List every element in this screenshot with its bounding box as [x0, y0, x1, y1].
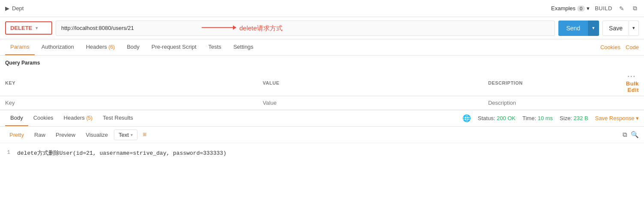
send-dropdown-button[interactable]: ▾	[588, 21, 599, 36]
status-label: Status: 200 OK	[478, 115, 516, 121]
response-area: Body Cookies Headers (5) Test Results 🌐 …	[0, 110, 644, 163]
bulk-edit-button[interactable]: Bulk Edit	[626, 80, 639, 93]
line-number-1: 1	[0, 149, 17, 157]
description-input[interactable]	[488, 100, 607, 106]
request-tabs-row: Params Authorization Headers (6) Body Pr…	[0, 39, 644, 56]
breadcrumb-area: ▶ Dept	[5, 5, 24, 12]
examples-badge: 0	[577, 6, 585, 12]
save-button[interactable]: Save	[602, 21, 629, 36]
body-tools-row: Pretty Raw Preview Visualize Text ▾ ≡ ⧉ …	[0, 127, 644, 143]
col-value: VALUE	[258, 70, 483, 96]
section-title: Query Params	[0, 56, 644, 70]
key-cell	[0, 96, 258, 110]
raw-button[interactable]: Raw	[30, 130, 50, 140]
response-tab-test-results[interactable]: Test Results	[98, 110, 138, 126]
time-label: Time: 10 ms	[522, 115, 553, 121]
top-bar: ▶ Dept Examples 0 ▾ BUILD ✎ ⧉	[0, 0, 644, 17]
copy-icon[interactable]: ⧉	[631, 4, 639, 13]
size-label: Size: 232 B	[560, 115, 588, 121]
tab-body[interactable]: Body	[122, 39, 145, 55]
save-group: Save ▾	[602, 21, 639, 36]
response-tab-body[interactable]: Body	[5, 110, 28, 126]
response-tabs-row: Body Cookies Headers (5) Test Results 🌐 …	[0, 110, 644, 127]
col-description: DESCRIPTION	[483, 70, 612, 96]
value-input[interactable]	[263, 100, 478, 106]
response-tab-cookies[interactable]: Cookies	[28, 110, 59, 126]
headers-badge: (6)	[108, 44, 115, 50]
code-link[interactable]: Code	[626, 44, 639, 50]
tabs-right-links: Cookies Code	[600, 44, 639, 50]
key-input[interactable]	[5, 100, 253, 106]
method-label: DELETE	[10, 25, 32, 31]
visualize-button[interactable]: Visualize	[81, 130, 112, 140]
description-cell	[483, 96, 612, 110]
response-tab-headers[interactable]: Headers (5)	[59, 110, 98, 126]
save-dropdown-button[interactable]: ▾	[629, 21, 639, 36]
breadcrumb-arrow: ▶	[5, 5, 9, 12]
method-dropdown-icon: ▾	[36, 26, 38, 30]
pretty-button[interactable]: Pretty	[5, 130, 28, 140]
tab-params[interactable]: Params	[5, 39, 35, 55]
send-group: Send ▾	[558, 21, 599, 36]
tab-authorization[interactable]: Authorization	[36, 39, 79, 55]
globe-icon: 🌐	[462, 114, 471, 122]
method-select[interactable]: DELETE ▾	[5, 21, 52, 35]
url-input[interactable]	[61, 25, 549, 31]
response-icons: ⧉ 🔍	[623, 131, 639, 139]
code-line-1: 1 delete方式删除User(id=21, uasername=strive…	[0, 148, 644, 158]
copy-response-icon[interactable]: ⧉	[623, 131, 627, 139]
url-input-wrapper: delete请求方式	[56, 21, 555, 36]
tab-settings[interactable]: Settings	[228, 39, 259, 55]
col-actions: ··· Bulk Edit	[612, 70, 644, 96]
code-area: 1 delete方式删除User(id=21, uasername=strive…	[0, 143, 644, 163]
edit-icon[interactable]: ✎	[617, 4, 626, 13]
cookies-link[interactable]: Cookies	[600, 44, 620, 50]
preview-button[interactable]: Preview	[51, 130, 80, 140]
status-value: 200 OK	[497, 115, 516, 121]
response-headers-badge: (5)	[86, 115, 92, 121]
text-format-select[interactable]: Text ▾	[114, 130, 137, 140]
table-row	[0, 96, 644, 110]
response-status-area: 🌐 Status: 200 OK Time: 10 ms Size: 232 B…	[462, 114, 639, 122]
save-response-button[interactable]: Save Response ▾	[595, 115, 639, 121]
examples-dropdown-icon: ▾	[587, 5, 590, 12]
tab-headers[interactable]: Headers (6)	[81, 39, 120, 55]
tab-pre-request-script[interactable]: Pre-request Script	[146, 39, 202, 55]
send-button[interactable]: Send	[558, 21, 588, 36]
top-bar-right: Examples 0 ▾ BUILD ✎ ⧉	[551, 4, 639, 13]
search-response-icon[interactable]: 🔍	[631, 131, 639, 139]
text-format-dropdown-icon: ▾	[131, 133, 133, 137]
size-value: 232 B	[574, 115, 588, 121]
build-button[interactable]: BUILD	[595, 5, 612, 12]
examples-button[interactable]: Examples 0 ▾	[551, 5, 590, 12]
value-cell	[258, 96, 483, 110]
wrap-icon[interactable]: ≡	[139, 129, 150, 140]
more-button[interactable]: ···	[628, 73, 636, 80]
params-table: KEY VALUE DESCRIPTION ··· Bulk Edit	[0, 70, 644, 110]
time-value: 10 ms	[538, 115, 553, 121]
code-content-1: delete方式删除User(id=21, uasername=strive_d…	[17, 149, 227, 157]
url-bar: DELETE ▾ delete请求方式 Send ▾ Save ▾	[0, 17, 644, 39]
query-params-section: Query Params KEY VALUE DESCRIPTION ··· B…	[0, 56, 644, 110]
breadcrumb-label: Dept	[12, 5, 24, 12]
action-cell	[612, 96, 644, 110]
col-key: KEY	[0, 70, 258, 96]
tab-tests[interactable]: Tests	[203, 39, 227, 55]
